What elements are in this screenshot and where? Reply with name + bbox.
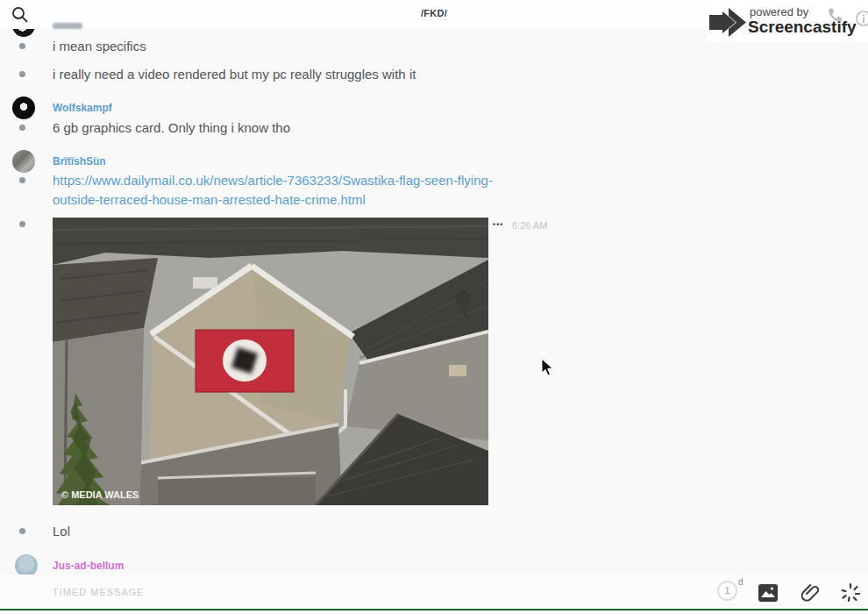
message-dot: [19, 177, 25, 183]
timer-unit-label: d: [738, 577, 743, 587]
timer-badge[interactable]: 1: [717, 581, 737, 601]
house-photo: © MEDIA WALES: [53, 218, 488, 505]
paperclip-icon[interactable]: [800, 582, 821, 603]
ping-icon[interactable]: [840, 582, 861, 603]
message-link[interactable]: outside-terraced-house-man-arrested-hate…: [53, 192, 366, 207]
message-dot: [19, 221, 25, 227]
message-menu-dots[interactable]: •••: [493, 220, 503, 229]
username[interactable]: Jus-ad-bellum: [53, 560, 124, 572]
flag-on-wall: [196, 330, 294, 392]
message-dot: [19, 71, 25, 77]
message-text: i mean specifics: [53, 39, 146, 54]
avatar[interactable]: [12, 150, 35, 173]
clipped-username: [53, 23, 82, 29]
message-text: Lol: [53, 524, 70, 539]
image-icon[interactable]: [758, 582, 779, 603]
image-message[interactable]: © MEDIA WALES: [53, 218, 488, 505]
message-text: 6 gb graphics card. Only thing i know th…: [53, 120, 290, 135]
mouse-cursor: [541, 358, 553, 376]
message-input[interactable]: [53, 582, 658, 603]
message-dot: [19, 528, 25, 534]
message-dot: [19, 43, 25, 49]
message-text: i really need a video rendered but my pc…: [53, 67, 416, 82]
message-timestamp: 6:26 AM: [512, 220, 547, 231]
watermark-powered-by: powered by: [750, 5, 808, 18]
avatar[interactable]: [12, 96, 35, 119]
username[interactable]: Wolfskampf: [53, 102, 112, 114]
phone-icon[interactable]: [826, 7, 843, 25]
username[interactable]: BrïtïshSùn: [53, 155, 106, 168]
message-link[interactable]: https://www.dailymail.co.uk/news/article…: [53, 173, 493, 188]
below-border: [0, 610, 868, 614]
screencastify-logo-icon: [709, 6, 748, 38]
screencastify-watermark: powered by Screencastify: [706, 0, 868, 42]
composer-bar: 1 d: [0, 575, 868, 609]
info-icon[interactable]: [855, 10, 868, 27]
photo-credit: © MEDIA WALES: [61, 489, 139, 500]
app-window: i mean specifics i really need a video r…: [0, 0, 868, 614]
message-dot: [19, 125, 25, 131]
